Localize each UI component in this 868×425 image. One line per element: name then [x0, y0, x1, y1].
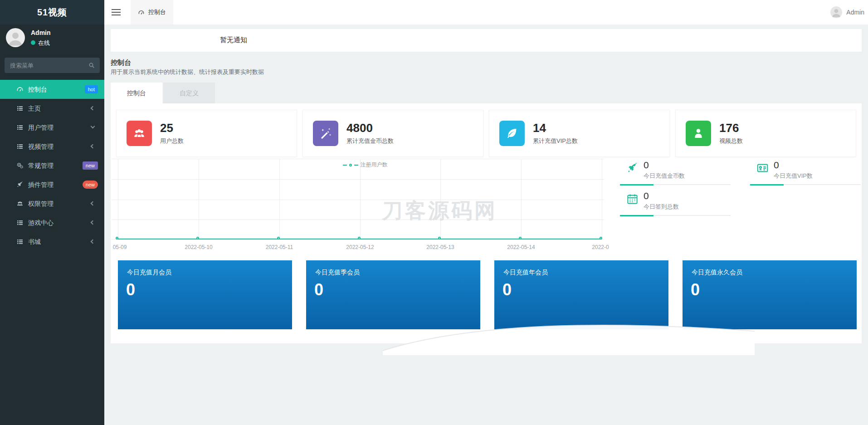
- x-axis-label: 2022-05-11: [266, 244, 293, 250]
- divider-accent: [620, 184, 653, 186]
- legend-line-icon: [343, 165, 347, 166]
- mini-stat-label: 今日充值金币数: [644, 172, 685, 180]
- sidebar-user-status: 在线: [31, 39, 50, 47]
- chart-data-point: [196, 237, 199, 239]
- member-card-value: 0: [502, 280, 512, 299]
- search-icon[interactable]: [88, 62, 95, 69]
- topbar-tab-dashboard[interactable]: 控制台: [131, 0, 173, 24]
- new-badge: new: [83, 161, 98, 170]
- id-card-icon: [756, 162, 769, 174]
- stat-card-row: 25 用户总数 4800 累计充值金币总数 14 累计充值VIP总数: [111, 110, 862, 157]
- legend-circle-icon: [349, 164, 352, 166]
- chevron-left-icon: [91, 144, 95, 149]
- dashboard-panel: 25 用户总数 4800 累计充值金币总数 14 累计充值VIP总数: [111, 103, 862, 343]
- chart-data-point: [519, 237, 522, 239]
- stat-label: 累计充值VIP总数: [533, 137, 578, 145]
- mini-stat-label: 今日签到总数: [644, 203, 679, 211]
- registered-users-chart: 注册用户数 05-09 2022-05-10 2022-05-11 2022-0…: [112, 159, 604, 239]
- mini-stat-label: 今日充值VIP数: [774, 172, 813, 180]
- member-card-forever: 今日充值永久会员 0: [683, 260, 857, 329]
- notice-text: 暂无通知: [220, 36, 247, 44]
- topbar-user-label: Admin: [846, 9, 864, 16]
- rocket-icon: [626, 162, 639, 174]
- chevron-left-icon: [91, 239, 95, 244]
- hot-badge: hot: [85, 85, 98, 93]
- x-axis-label: 2022-0: [592, 244, 609, 250]
- mini-stat-gold-today: 0 今日充值金币数: [620, 160, 731, 185]
- chart-gridline: [279, 159, 280, 240]
- sidebar: 51视频 Admin 在线 控制台 hot 主页 用户管理 视频管理: [0, 0, 104, 425]
- chart-data-point: [438, 237, 441, 239]
- rocket-icon: [16, 181, 24, 188]
- leaf-icon: [499, 121, 525, 146]
- x-axis-label: 2022-05-12: [346, 244, 374, 250]
- content-tabs: 控制台 自定义: [111, 83, 215, 103]
- member-card-title: 今日充值季会员: [315, 269, 360, 277]
- member-card-title: 今日充值月会员: [127, 269, 171, 277]
- chart-gridline: [112, 220, 604, 220]
- stat-label: 视频总数: [719, 137, 743, 145]
- gears-icon: [16, 162, 24, 169]
- sidebar-item-dashboard[interactable]: 控制台 hot: [0, 80, 104, 99]
- sidebar-item-plugin-management[interactable]: 插件管理 new: [0, 175, 104, 194]
- sidebar-item-game-center[interactable]: 游戏中心: [0, 213, 104, 232]
- stat-card-gold-total: 4800 累计充值金币总数: [302, 110, 483, 157]
- x-axis-label: 2022-05-10: [185, 244, 212, 250]
- mini-stat-value: 0: [644, 160, 649, 171]
- stat-card-users: 25 用户总数: [116, 110, 297, 157]
- topbar-user-menu[interactable]: Admin: [830, 6, 864, 18]
- chevron-left-icon: [91, 106, 95, 111]
- member-card-title: 今日充值年会员: [503, 269, 548, 277]
- new-badge: new: [83, 181, 98, 189]
- chart-data-point: [116, 237, 118, 239]
- chart-legend: 注册用户数: [320, 161, 410, 169]
- x-axis-label: 05-09: [113, 244, 127, 250]
- mini-stat-value: 0: [774, 160, 779, 171]
- member-card-title: 今日充值永久会员: [692, 269, 742, 277]
- x-axis-label: 2022-05-14: [507, 244, 535, 250]
- tab-dashboard[interactable]: 控制台: [111, 83, 162, 103]
- sidebar-item-user-management[interactable]: 用户管理: [0, 118, 104, 137]
- mini-stat-value: 0: [644, 191, 649, 201]
- person-silhouette-icon: [6, 28, 25, 47]
- sidebar-item-video-management[interactable]: 视频管理: [0, 137, 104, 156]
- sidebar-user-name: Admin: [31, 29, 51, 36]
- sidebar-menu: 控制台 hot 主页 用户管理 视频管理 常规管理 new 插件管理 new: [0, 80, 104, 251]
- member-card-quarter: 今日充值季会员 0: [306, 260, 480, 329]
- gauge-icon: [16, 86, 24, 93]
- chevron-left-icon: [91, 220, 95, 225]
- search-input[interactable]: [5, 58, 100, 73]
- chart-data-point: [358, 237, 361, 239]
- person-icon: [686, 121, 711, 146]
- magic-wand-icon: [313, 121, 338, 146]
- stat-value: 4800: [346, 122, 394, 135]
- sidebar-item-home[interactable]: 主页: [0, 99, 104, 118]
- list-icon: [16, 105, 24, 112]
- mini-stat-vip-today: 0 今日充值VIP数: [750, 160, 861, 185]
- page-title: 控制台: [111, 59, 131, 67]
- stat-label: 累计充值金币总数: [346, 137, 394, 145]
- topbar: 控制台 Admin: [104, 0, 868, 24]
- mini-stat-signin-today: 0 今日签到总数: [620, 191, 731, 216]
- sidebar-item-bookstore[interactable]: 书城: [0, 232, 104, 251]
- chart-gridline: [602, 159, 602, 240]
- avatar[interactable]: [6, 28, 25, 47]
- stat-value: 176: [719, 122, 743, 135]
- chart-data-point: [277, 237, 280, 239]
- page-subtitle: 用于展示当前系统中的统计数据、统计报表及重要实时数据: [111, 68, 264, 76]
- chevron-left-icon: [91, 201, 95, 206]
- sidebar-item-permission-management[interactable]: 权限管理: [0, 194, 104, 213]
- sidebar-toggle-icon[interactable]: [112, 9, 121, 15]
- member-card-month: 今日充值月会员 0: [118, 260, 292, 329]
- stat-value: 14: [533, 122, 578, 135]
- x-axis-label: 2022-05-13: [426, 244, 454, 250]
- sidebar-item-general-management[interactable]: 常规管理 new: [0, 156, 104, 175]
- tab-custom[interactable]: 自定义: [163, 83, 215, 103]
- notice-bar: 暂无通知: [111, 29, 862, 52]
- user-group-icon: [127, 121, 152, 146]
- member-card-value: 0: [314, 280, 323, 299]
- chart-gridline: [112, 179, 604, 180]
- list-icon: [16, 219, 24, 226]
- legend-line-icon: [354, 165, 358, 166]
- list-icon: [16, 124, 24, 131]
